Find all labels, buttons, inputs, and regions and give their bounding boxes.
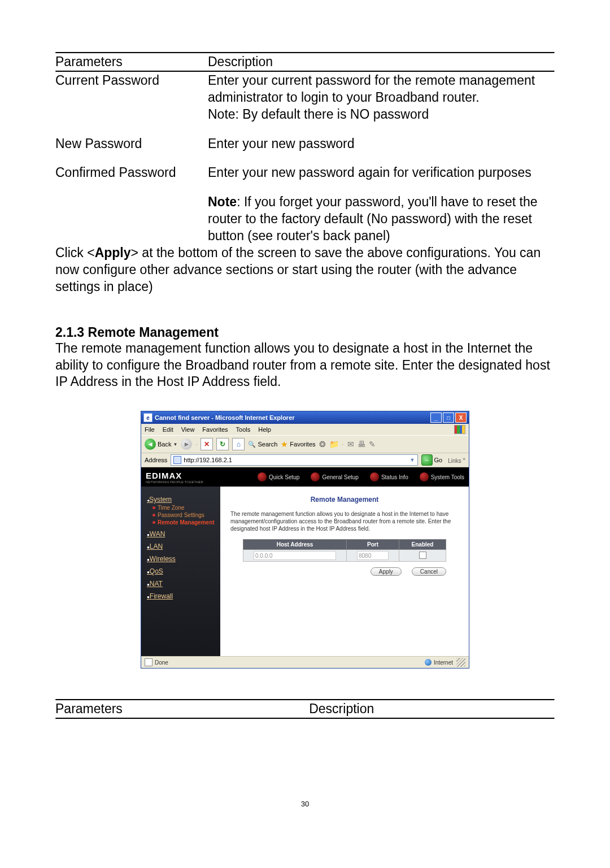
row-desc-0: Enter your current password for the remo…	[208, 72, 555, 123]
ie-statusbar: Done Internet	[141, 656, 469, 668]
th2-desc: Description	[309, 701, 555, 718]
host-address-input[interactable]	[254, 551, 336, 560]
sidebar-remote-management[interactable]: Remote Management	[152, 519, 215, 526]
router-header: EDIMAX NETWORKING PEOPLE TOGETHER Quick …	[141, 467, 469, 487]
stop-button[interactable]: ✕	[201, 438, 213, 450]
ie-titlebar: e Cannot find server - Microsoft Interne…	[141, 411, 469, 424]
status-internet: Internet	[425, 659, 453, 666]
refresh-button[interactable]: ↻	[216, 438, 229, 450]
apply-paragraph: Click <Apply> at the bottom of the scree…	[55, 245, 555, 296]
favorites-button[interactable]: ★Favorites	[281, 440, 315, 449]
menu-view[interactable]: View	[181, 426, 195, 433]
globe-icon	[425, 659, 432, 666]
status-done: Done	[155, 659, 168, 666]
menu-file[interactable]: File	[145, 426, 155, 433]
back-icon: ◄	[145, 439, 156, 450]
tab-general-setup[interactable]: General Setup	[311, 472, 359, 481]
sidebar-time-zone[interactable]: Time Zone	[152, 505, 215, 511]
page-number: 30	[0, 800, 610, 808]
minimize-button[interactable]: _	[430, 413, 442, 423]
row-param-0: Current Password	[55, 72, 208, 123]
th-host: Host Address	[243, 540, 347, 550]
history-icon[interactable]: ❂	[319, 440, 326, 449]
th-desc: Description	[208, 54, 555, 71]
address-label: Address	[145, 457, 167, 463]
sidebar-nat[interactable]: ●NAT	[147, 580, 215, 588]
section-heading: 2.1.3 Remote Management	[55, 325, 555, 340]
router-sidebar: ◂System Time Zone Password Settings Remo…	[141, 487, 220, 656]
remote-mgmt-table: Host Address Port Enabled	[243, 539, 446, 562]
enabled-checkbox[interactable]	[419, 552, 426, 559]
close-button[interactable]: X	[455, 413, 467, 423]
done-icon	[145, 658, 152, 666]
home-button[interactable]: ⌂	[232, 438, 245, 450]
content-desc: The remote management function allows yo…	[230, 510, 459, 532]
section-body: The remote management function allows yo…	[55, 340, 555, 391]
mail-icon[interactable]: ✉	[347, 440, 354, 449]
ie-menubar: File Edit View Favorites Tools Help	[141, 424, 469, 435]
tab-status-info[interactable]: Status Info	[370, 472, 408, 481]
menu-favorites[interactable]: Favorites	[202, 426, 228, 433]
page-icon	[173, 456, 181, 464]
folder-icon[interactable]: 📁	[329, 440, 339, 449]
search-button[interactable]: 🔍Search	[248, 441, 277, 448]
router-content: Remote Management The remote management …	[220, 487, 469, 656]
sidebar-qos[interactable]: ●QoS	[147, 567, 215, 575]
ie-title: Cannot find server - Microsoft Internet …	[155, 414, 295, 421]
th2-param: Parameters	[55, 701, 309, 718]
back-button[interactable]: ◄ Back ▼	[145, 439, 177, 450]
sidebar-wireless[interactable]: ●Wireless	[147, 555, 215, 563]
tab-quick-setup[interactable]: Quick Setup	[258, 472, 299, 481]
note-cell: Note: If you forget your password, you'l…	[208, 194, 555, 245]
sidebar-password-settings[interactable]: Password Settings	[152, 512, 215, 518]
ie-window: e Cannot find server - Microsoft Interne…	[141, 411, 469, 669]
menu-edit[interactable]: Edit	[163, 426, 173, 433]
forward-button[interactable]: ►	[181, 439, 192, 450]
tab-system-tools[interactable]: System Tools	[420, 472, 464, 481]
row-desc-1: Enter your new password	[208, 136, 555, 153]
content-title: Remote Management	[230, 496, 459, 504]
row-desc-2: Enter your new password again for verifi…	[208, 164, 555, 181]
ie-icon: e	[143, 413, 152, 422]
sidebar-firewall[interactable]: ●Firewall	[147, 592, 215, 600]
th-port: Port	[347, 540, 399, 550]
address-input[interactable]: http://192.168.2.1 ▼	[171, 454, 417, 466]
ie-toolbar: ◄ Back ▼ ► · ✕ ↻ ⌂ 🔍Search ★Favorites ❂ …	[141, 435, 469, 453]
parameters-table-1: Parameters Description	[55, 54, 555, 71]
windows-flag-icon	[454, 425, 465, 434]
row-param-2: Confirmed Password	[55, 164, 208, 181]
cancel-button[interactable]: Cancel	[412, 567, 446, 576]
menu-tools[interactable]: Tools	[236, 426, 251, 433]
apply-button[interactable]: Apply	[371, 567, 402, 576]
parameters-table-2: Parameters Description	[55, 701, 555, 718]
sidebar-wan[interactable]: ●WAN	[147, 530, 215, 538]
menu-help[interactable]: Help	[258, 426, 271, 433]
resize-grip-icon	[456, 658, 465, 667]
row-param-1: New Password	[55, 136, 208, 153]
th-enabled: Enabled	[399, 540, 446, 550]
ie-address-bar: Address http://192.168.2.1 ▼ →Go Links »	[141, 453, 469, 467]
links-label[interactable]: Links »	[448, 456, 465, 464]
sidebar-system[interactable]: ◂System	[147, 496, 215, 504]
edit-icon[interactable]: ✎	[369, 440, 376, 449]
port-input[interactable]	[357, 551, 389, 560]
go-button[interactable]: →Go	[421, 454, 443, 466]
maximize-button[interactable]: □	[443, 413, 454, 423]
th-param: Parameters	[55, 54, 208, 71]
print-icon[interactable]: 🖶	[358, 440, 365, 449]
sidebar-lan[interactable]: ●LAN	[147, 542, 215, 550]
brand-logo: EDIMAX	[146, 471, 203, 480]
